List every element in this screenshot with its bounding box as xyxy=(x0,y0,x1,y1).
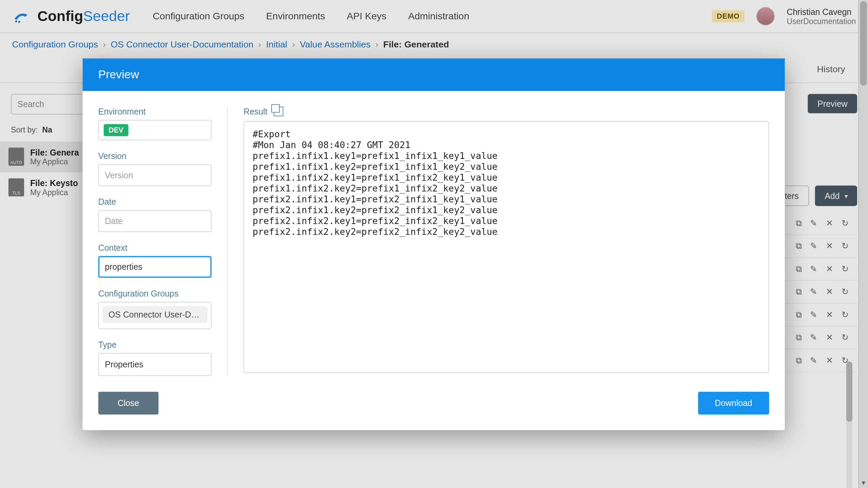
date-input[interactable] xyxy=(98,210,212,232)
preview-form: Environment DEV Version Date Context xyxy=(98,107,228,376)
label-version: Version xyxy=(98,151,212,161)
version-input[interactable] xyxy=(98,164,212,186)
label-date: Date xyxy=(98,197,212,206)
config-group-chip: OS Connector User-Docum xyxy=(102,306,207,323)
result-panel: Result #Export #Mon Jan 04 08:40:27 GMT … xyxy=(228,107,769,376)
label-config-groups: Configuration Groups xyxy=(98,289,212,298)
copy-result-icon[interactable] xyxy=(274,107,283,116)
close-button[interactable]: Close xyxy=(98,392,158,415)
type-select[interactable]: Properties xyxy=(98,353,212,376)
context-input[interactable] xyxy=(98,256,212,278)
modal-title: Preview xyxy=(83,58,785,91)
preview-modal: Preview Environment DEV Version Date xyxy=(83,58,785,430)
label-context: Context xyxy=(98,243,212,252)
label-environment: Environment xyxy=(98,107,212,116)
result-output[interactable]: #Export #Mon Jan 04 08:40:27 GMT 2021 pr… xyxy=(243,121,769,373)
environment-select[interactable]: DEV xyxy=(98,120,212,140)
label-type: Type xyxy=(98,340,212,349)
label-result: Result xyxy=(243,107,268,116)
download-button[interactable]: Download xyxy=(698,392,769,415)
env-tag-dev: DEV xyxy=(104,124,128,136)
config-groups-select[interactable]: OS Connector User-Docum xyxy=(98,302,212,329)
